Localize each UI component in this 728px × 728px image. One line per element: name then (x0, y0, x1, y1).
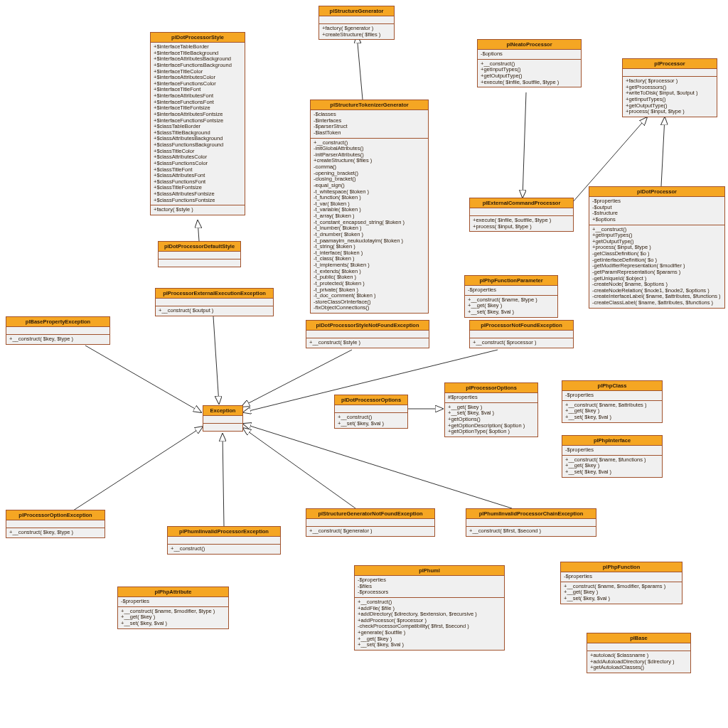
uml-title: plStructureGenerator (319, 6, 394, 16)
uml-class-plPhumlInvalidProcessorChainException: plPhumlInvalidProcessorChainException+__… (466, 508, 596, 537)
svg-line-9 (71, 427, 203, 512)
uml-operations: +factory( $generator )+createStructure( … (319, 24, 394, 39)
uml-class-plStructureTokenizerGenerator: plStructureTokenizerGenerator-$classes-$… (310, 100, 429, 314)
uml-operations (159, 259, 240, 267)
uml-class-plDotProcessorStyle: plDotProcessorStyle+$interfaceTableBorde… (150, 32, 245, 215)
uml-op-row: +__construct( $generator ) (309, 528, 432, 535)
uml-attributes: -$properties (562, 391, 662, 401)
uml-operations: +__construct( $key, $type ) (6, 528, 105, 537)
uml-attributes (335, 405, 407, 413)
uml-class-plDotProcessorOptions: plDotProcessorOptions+__construct()+__se… (334, 395, 408, 429)
uml-op-row: +getAutoloadClasses() (590, 665, 687, 671)
uml-op-row: +__set( $key, $val ) (565, 469, 659, 476)
uml-attributes (6, 520, 105, 528)
uml-attributes: -$properties (561, 572, 682, 582)
uml-title: plProcessorExternalExecutionException (156, 289, 273, 299)
uml-class-plPhpInterface: plPhpInterface-$properties+__construct( … (562, 435, 663, 478)
uml-class-plPhuml: plPhuml-$properties-$files-$processors+_… (354, 565, 505, 651)
uml-op-row: +factory( $style ) (154, 207, 242, 213)
uml-attributes: -$properties (562, 446, 662, 456)
uml-title: plPhuml (355, 566, 504, 576)
uml-operations: +__construct()+__set( $key, $val ) (335, 413, 407, 428)
uml-op-row: +__set( $key, $val ) (358, 642, 501, 648)
uml-title: plProcessor (623, 59, 717, 69)
uml-op-row: +__set( $key, $val ) (468, 309, 555, 316)
uml-op-row: +__set( $key, $val ) (121, 621, 225, 627)
uml-class-plBasePropertyException: plBasePropertyException+__construct( $ke… (6, 316, 110, 345)
svg-line-11 (243, 428, 355, 508)
uml-attributes: -$properties-$output-$structure+$options (589, 197, 724, 225)
uml-attr-row: +$classFunctionsFontsize (154, 198, 242, 204)
uml-op-row: +__set( $key, $val ) (564, 596, 679, 602)
uml-attributes (466, 519, 596, 527)
uml-attributes: -$options (478, 50, 581, 60)
uml-attributes: -$properties-$files-$processors (355, 576, 504, 598)
uml-attributes (168, 537, 280, 545)
uml-attr-row: -$processors (358, 589, 501, 596)
uml-operations: +__construct( $name, $modifier, $type )+… (118, 607, 228, 628)
uml-attributes (623, 69, 717, 77)
svg-line-5 (213, 316, 219, 404)
uml-operations: +__get( $key )+__set( $key, $val )+getOp… (445, 403, 537, 437)
uml-title: plProcessorOptionException (6, 510, 105, 520)
uml-title: plPhumlInvalidProcessorException (168, 527, 280, 537)
uml-op-row: +__construct( $style ) (309, 340, 426, 346)
uml-attributes: +$interfaceTableBorder+$interfaceTitleBa… (151, 43, 245, 205)
uml-class-plProcessorOptionException: plProcessorOptionException+__construct( … (6, 510, 105, 538)
uml-title: plDotProcessorOptions (335, 395, 407, 405)
uml-attr-row: -$properties (121, 599, 225, 605)
uml-class-plProcessorNotFoundException: plProcessorNotFoundException+__construct… (469, 320, 574, 348)
uml-attributes (306, 331, 429, 338)
uml-title: plPhpAttribute (118, 587, 228, 597)
uml-op-row: +execute( $infile, $outfile, $type ) (481, 80, 578, 86)
uml-class-plProcessor: plProcessor+factory( $processor )+getPro… (622, 58, 717, 117)
svg-line-1 (357, 36, 363, 100)
uml-operations: +__construct( $generator ) (306, 527, 434, 536)
uml-class-plExternalCommandProcessor: plExternalCommandProcessor+execute( $inf… (469, 198, 574, 232)
uml-class-plProcessorExternalExecutionException: plProcessorExternalExecutionException+__… (155, 288, 274, 316)
svg-line-2 (523, 92, 526, 198)
uml-op-row: +process( $input, $type ) (626, 109, 714, 115)
uml-attributes (203, 416, 242, 424)
svg-line-10 (223, 434, 224, 526)
uml-class-plDotProcessorDefaultStyle: plDotProcessorDefaultStyle (158, 241, 241, 267)
uml-op-row: +__set( $key, $val ) (565, 414, 659, 421)
uml-op-row: +__construct() (171, 546, 277, 552)
uml-op-row: +__construct( $processor ) (473, 340, 570, 346)
uml-class-plPhpAttribute: plPhpAttribute-$properties+__construct( … (117, 587, 229, 629)
uml-operations: +__construct( $name, $type )+__get( $key… (465, 296, 557, 317)
uml-title: plStructureTokenizerGenerator (311, 100, 428, 110)
uml-attr-row: -$properties (564, 574, 679, 580)
uml-class-plNeatoProcessor: plNeatoProcessor-$options+__construct()+… (477, 39, 582, 87)
uml-title: plPhpFunction (561, 562, 682, 572)
uml-op-row: +__set( $key, $val ) (338, 421, 405, 427)
uml-attr-row: -$properties (565, 447, 659, 454)
uml-class-plDotProcessorStyleNotFoundException: plDotProcessorStyleNotFoundException+__c… (306, 320, 429, 348)
uml-attr-row: -$properties (358, 577, 501, 584)
uml-class-plPhpClass: plPhpClass-$properties+__construct( $nam… (562, 380, 663, 423)
uml-operations (203, 424, 242, 431)
uml-attr-row: +$options (592, 217, 722, 223)
uml-title: plDotProcessor (589, 187, 724, 197)
uml-title: plPhpClass (562, 381, 662, 391)
uml-operations: +__construct( $name, $modifier, $params … (561, 582, 682, 604)
uml-title: plStructureGeneratorNotFoundException (306, 509, 434, 519)
uml-title: Exception (203, 406, 242, 416)
uml-operations: +__construct( $name, $attributes )+__get… (562, 401, 662, 422)
uml-attributes (470, 208, 573, 216)
uml-attr-row: -$properties (565, 392, 659, 399)
uml-op-row: -fixObjectConnections() (314, 305, 425, 311)
uml-operations: +__construct( $style ) (306, 338, 429, 348)
uml-operations: +__construct()+addFile( $file )+addDirec… (355, 598, 504, 650)
uml-class-plPhpFunction: plPhpFunction-$properties+__construct( $… (560, 562, 682, 604)
uml-class-plPhpFunctionParameter: plPhpFunctionParameter-$properties+__con… (464, 275, 558, 318)
uml-operations: +__construct( $first, $second ) (466, 527, 596, 536)
uml-operations: +__construct()-initGlobalAttributes()-in… (311, 139, 428, 314)
uml-operations: +autoload( $classname )+addAutoloadDirec… (587, 651, 690, 673)
uml-attributes (6, 327, 109, 335)
uml-attributes: #$properties (445, 393, 537, 403)
uml-operations: +factory( $processor )+getProcessors()+w… (623, 77, 717, 117)
uml-class-plPhumlInvalidProcessorException: plPhumlInvalidProcessorException+__const… (167, 526, 281, 555)
uml-attributes: -$properties (465, 286, 557, 296)
uml-class-plStructureGeneratorNotFoundException: plStructureGeneratorNotFoundException+__… (306, 508, 435, 537)
